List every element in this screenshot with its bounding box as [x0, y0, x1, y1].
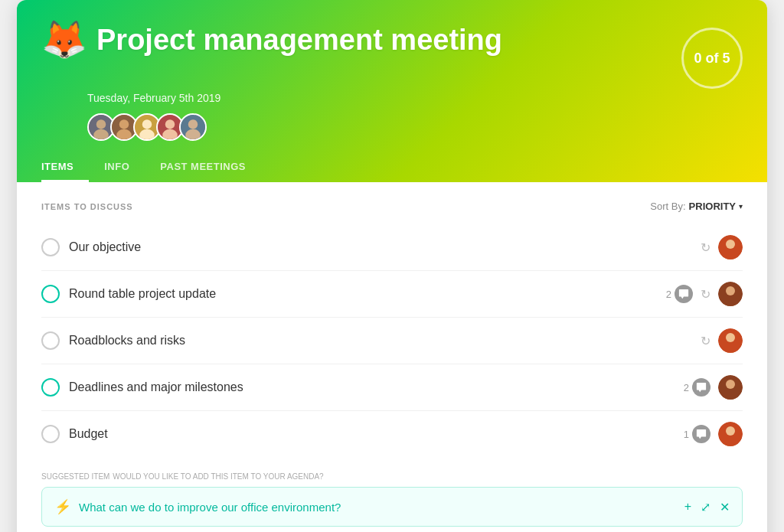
item-checkbox-1[interactable] — [41, 238, 60, 256]
item-actions-3: ↻ — [701, 328, 743, 353]
shuffle-suggested-button[interactable]: ⤢ — [701, 500, 710, 514]
item-label-2: Round table project update — [69, 287, 657, 301]
avatar-item-3 — [718, 328, 743, 353]
header: 🦊 Project management meeting 0 of 5 Tues… — [17, 0, 767, 182]
sort-by-control[interactable]: Sort By: PRIORITY ▾ — [650, 201, 743, 212]
item-checkbox-5[interactable] — [41, 425, 60, 443]
svg-point-28 — [726, 380, 735, 389]
avatar-item-4 — [718, 375, 743, 400]
table-row: Budget 1 — [41, 411, 743, 457]
dismiss-suggested-button[interactable]: ✕ — [720, 500, 730, 514]
comment-count-4: 2 — [684, 382, 689, 393]
fox-emoji-icon: 🦊 — [41, 21, 87, 58]
item-actions-5: 1 — [684, 422, 743, 446]
items-section-header: ITEMS TO DISCUSS Sort By: PRIORITY ▾ — [41, 201, 743, 212]
suggested-section: SUGGESTED ITEM WOULD YOU LIKE TO ADD THI… — [41, 472, 743, 527]
item-actions-4: 2 — [684, 375, 743, 400]
suggested-item: ⚡ What can we do to improve our office e… — [41, 487, 743, 527]
svg-rect-34 — [723, 436, 738, 446]
table-row: Deadlines and major milestones 2 — [41, 364, 743, 411]
tabs-bar: ITEMS INFO PAST MEETINGS — [41, 153, 743, 182]
suggested-item-text: What can we do to improve our office env… — [79, 501, 677, 514]
svg-point-1 — [96, 119, 106, 129]
svg-rect-18 — [723, 249, 738, 259]
items-section-title: ITEMS TO DISCUSS — [41, 202, 133, 211]
progress-circle: 0 of 5 — [681, 28, 743, 89]
chevron-down-icon: ▾ — [739, 202, 743, 211]
svg-point-4 — [119, 119, 129, 129]
table-row: Round table project update 2 ↻ — [41, 271, 743, 318]
refresh-icon-2[interactable]: ↻ — [701, 287, 710, 302]
item-checkbox-3[interactable] — [41, 331, 60, 350]
item-actions-1: ↻ — [701, 235, 743, 259]
suggested-sublabel: WOULD YOU LIKE TO ADD THIS ITEM TO YOUR … — [113, 472, 323, 481]
svg-point-24 — [726, 333, 735, 342]
item-label-1: Our objective — [69, 240, 691, 254]
app-container: 🦊 Project management meeting 0 of 5 Tues… — [17, 0, 767, 532]
comment-badge-4: 2 — [684, 378, 710, 397]
comment-icon-2 — [675, 285, 693, 303]
tab-past-meetings[interactable]: PAST MEETINGS — [145, 153, 261, 182]
header-title-area: 🦊 Project management meeting — [41, 21, 502, 58]
item-checkbox-4[interactable] — [41, 378, 60, 397]
svg-point-10 — [165, 119, 175, 129]
table-row: Roadblocks and risks ↻ — [41, 318, 743, 364]
item-label-3: Roadblocks and risks — [69, 334, 691, 348]
avatar-item-1 — [718, 235, 743, 259]
item-label-4: Deadlines and major milestones — [69, 380, 675, 394]
sort-label: Sort By: — [650, 201, 685, 212]
svg-point-7 — [142, 119, 152, 129]
comment-count-5: 1 — [684, 429, 689, 440]
item-label-5: Budget — [69, 427, 675, 441]
avatar-item-2 — [718, 282, 743, 306]
add-suggested-button[interactable]: + — [684, 500, 691, 514]
comment-badge-2: 2 — [666, 285, 693, 303]
comment-badge-5: 1 — [684, 425, 710, 443]
suggested-label: SUGGESTED ITEM WOULD YOU LIKE TO ADD THI… — [41, 472, 743, 481]
tab-items[interactable]: ITEMS — [41, 153, 89, 182]
table-row: Our objective ↻ — [41, 224, 743, 271]
meeting-title: Project management meeting — [96, 24, 502, 57]
svg-point-13 — [188, 119, 198, 129]
avatars-group — [87, 113, 743, 141]
refresh-icon-3[interactable]: ↻ — [701, 334, 710, 348]
svg-point-16 — [726, 240, 735, 249]
avatar-item-5 — [718, 422, 743, 446]
suggested-label-text: SUGGESTED ITEM — [41, 472, 109, 481]
item-checkbox-2[interactable] — [41, 285, 60, 303]
content-area: ITEMS TO DISCUSS Sort By: PRIORITY ▾ Our… — [17, 182, 767, 532]
svg-rect-22 — [723, 295, 738, 306]
svg-rect-26 — [723, 342, 738, 353]
header-top: 🦊 Project management meeting 0 of 5 — [41, 21, 743, 89]
comment-count-2: 2 — [666, 289, 671, 300]
meeting-date: Tuesday, February 5th 2019 — [87, 92, 743, 104]
lightning-icon: ⚡ — [54, 498, 71, 515]
refresh-icon-1[interactable]: ↻ — [701, 240, 710, 255]
comment-icon-5 — [692, 425, 710, 443]
item-actions-2: 2 ↻ — [666, 282, 743, 306]
tab-info[interactable]: INFO — [89, 153, 145, 182]
items-list: Our objective ↻ Round tab — [41, 224, 743, 457]
svg-point-20 — [726, 286, 735, 295]
svg-rect-30 — [723, 389, 738, 400]
progress-text: 0 of 5 — [694, 51, 730, 67]
suggested-actions: + ⤢ ✕ — [684, 500, 730, 514]
svg-point-32 — [726, 426, 735, 436]
avatar-5 — [179, 113, 207, 141]
sort-value: PRIORITY — [689, 201, 736, 212]
comment-icon-4 — [692, 378, 710, 397]
